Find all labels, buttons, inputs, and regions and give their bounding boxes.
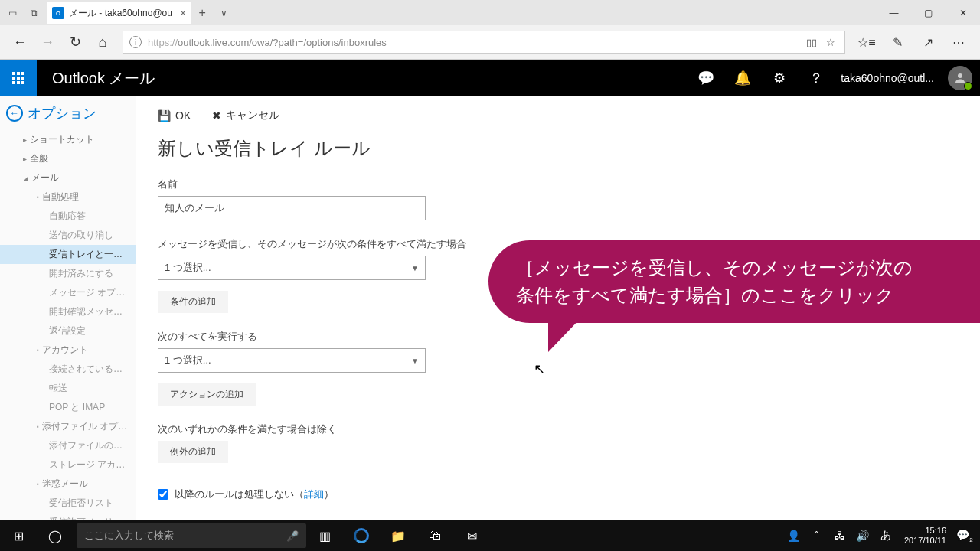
sidebar-item-11[interactable]: アカウント [0, 341, 136, 360]
minimize-button[interactable]: — [877, 2, 911, 24]
cancel-button[interactable]: ✖ キャンセル [212, 109, 279, 122]
network-icon[interactable]: 🖧 [831, 530, 849, 542]
maximize-button[interactable]: ▢ [911, 2, 946, 24]
windows-taskbar: ⊞ ◯ ここに入力して検索 🎤 ▥ 📁 🛍 ✉ 👤 ˄ 🖧 🔊 あ 15:16 … [0, 520, 980, 551]
cortana-icon[interactable]: ◯ [37, 520, 74, 551]
sidebar-item-0[interactable]: ショートカット [0, 130, 136, 149]
cursor-icon: ↖ [534, 360, 545, 377]
help-button[interactable]: ？ [798, 60, 835, 96]
tab-title: メール - taka60ohno@ou [69, 7, 172, 20]
task-view-button[interactable]: ▥ [306, 520, 343, 551]
skype-button[interactable]: 💬 [688, 60, 724, 96]
browser-tab[interactable]: O メール - taka60ohno@ou × [47, 2, 191, 24]
taskbar-clock[interactable]: 15:16 2017/10/11 [900, 526, 951, 546]
sidebar-item-5[interactable]: 送信の取り消し [0, 226, 136, 245]
close-window-button[interactable]: ✕ [946, 2, 980, 24]
forward-button[interactable]: → [34, 28, 61, 56]
action-dropdown[interactable]: 1 つ選択... ▼ [158, 348, 426, 373]
favorite-icon[interactable]: ☆ [826, 37, 835, 48]
sidebar-item-18[interactable]: 迷惑メール [0, 474, 136, 494]
sidebar-item-14[interactable]: POP と IMAP [0, 398, 136, 417]
chevron-down-icon: ▼ [411, 264, 419, 272]
sidebar-item-20[interactable]: 受信許可メーリング リス [0, 513, 136, 520]
mail-taskbar-icon[interactable]: ✉ [453, 520, 490, 551]
user-name[interactable]: taka60ohno@outl... [835, 72, 940, 84]
rule-name-input[interactable] [158, 196, 426, 220]
exception-label: 次のいずれかの条件を満たす場合は除く [158, 422, 959, 436]
sidebar-item-13[interactable]: 転送 [0, 379, 136, 398]
address-bar[interactable]: i https:// outlook.live.com/owa/?path=/o… [122, 31, 845, 54]
back-arrow-icon: ← [6, 105, 23, 122]
sidebar-item-8[interactable]: メッセージ オプション [0, 283, 136, 302]
back-button[interactable]: ← [6, 28, 34, 56]
options-back-button[interactable]: ← オプション [0, 96, 136, 130]
store-taskbar-icon[interactable]: 🛍 [416, 520, 453, 551]
stop-rules-checkbox[interactable] [158, 489, 168, 500]
save-icon: 💾 [158, 109, 171, 122]
callout-line1: ［メッセージを受信し、そのメッセージが次の [516, 254, 980, 282]
sidebar-item-19[interactable]: 受信拒否リスト [0, 494, 136, 513]
url-text: outlook.live.com/owa/?path=/options/inbo… [178, 37, 387, 48]
tab-dropdown-icon[interactable]: ∨ [213, 2, 234, 24]
tab-set-aside-icon[interactable]: ⧉ [23, 2, 44, 24]
avatar[interactable] [948, 66, 972, 90]
ime-indicator[interactable]: あ [877, 529, 895, 543]
url-scheme: https:// [148, 37, 178, 48]
action-dropdown-value: 1 つ選択... [165, 354, 211, 367]
browser-titlebar: ▭ ⧉ O メール - taka60ohno@ou × + ∨ — ▢ ✕ [0, 0, 980, 25]
volume-icon[interactable]: 🔊 [854, 530, 872, 542]
share-button[interactable]: ↗ [913, 28, 943, 56]
close-tab-icon[interactable]: × [180, 7, 186, 19]
details-link[interactable]: 詳細 [304, 488, 324, 500]
hub-button[interactable]: ☆≡ [851, 28, 882, 56]
add-action-button[interactable]: アクションの追加 [158, 383, 256, 406]
condition-dropdown-value: 1 つ選択... [165, 261, 211, 275]
notes-button[interactable]: ✎ [882, 28, 913, 56]
notifications-button[interactable]: 🔔 [724, 60, 761, 96]
sidebar-item-7[interactable]: 開封済みにする [0, 264, 136, 283]
sidebar-item-9[interactable]: 開封確認メッセージ [0, 302, 136, 321]
more-button[interactable]: ⋯ [943, 28, 974, 56]
tray-chevron-icon[interactable]: ˄ [808, 530, 826, 542]
add-exception-button[interactable]: 例外の追加 [158, 441, 228, 463]
sidebar-item-16[interactable]: 添付ファイルの設定 [0, 436, 136, 455]
condition-dropdown[interactable]: 1 つ選択... ▼ [158, 256, 426, 280]
outlook-favicon-icon: O [52, 7, 64, 19]
taskbar-search[interactable]: ここに入力して検索 🎤 [77, 523, 306, 548]
sidebar-item-1[interactable]: 全般 [0, 149, 136, 168]
options-title: オプション [28, 104, 96, 122]
site-info-icon[interactable]: i [129, 36, 142, 48]
start-button[interactable]: ⊞ [0, 520, 37, 551]
home-button[interactable]: ⌂ [89, 28, 116, 56]
sidebar-item-12[interactable]: 接続されているアカウント [0, 360, 136, 379]
refresh-button[interactable]: ↻ [61, 28, 89, 56]
reading-view-icon[interactable]: ▯▯ [806, 37, 817, 48]
people-icon[interactable]: 👤 [785, 530, 803, 542]
callout-pointer [539, 315, 583, 352]
chevron-down-icon: ▼ [411, 357, 419, 365]
edge-taskbar-icon[interactable] [343, 520, 380, 551]
new-tab-button[interactable]: + [191, 2, 213, 24]
app-header: Outlook メール 💬 🔔 ⚙ ？ taka60ohno@outl... [0, 60, 980, 96]
page-title: 新しい受信トレイ ルール [158, 136, 959, 161]
action-center-icon[interactable]: 💬2 [956, 529, 974, 543]
sidebar-item-4[interactable]: 自動応答 [0, 207, 136, 226]
app-launcher-button[interactable] [0, 60, 37, 96]
name-label: 名前 [158, 178, 959, 191]
ok-button[interactable]: 💾 OK [158, 109, 191, 122]
sidebar-item-17[interactable]: ストレージ アカウント [0, 455, 136, 474]
add-condition-button[interactable]: 条件の追加 [158, 291, 228, 313]
sidebar-item-3[interactable]: 自動処理 [0, 187, 136, 207]
sidebar-item-6[interactable]: 受信トレイと一括処理ル [0, 245, 136, 264]
sidebar-item-2[interactable]: メール [0, 168, 136, 187]
svg-point-0 [958, 73, 962, 78]
sidebar-item-15[interactable]: 添付ファイル オプション [0, 417, 136, 436]
settings-button[interactable]: ⚙ [761, 60, 798, 96]
rule-editor: 💾 OK ✖ キャンセル 新しい受信トレイ ルール 名前 メッセージを受信し、そ… [136, 96, 980, 520]
tab-actions-icon[interactable]: ▭ [2, 2, 23, 24]
options-sidebar: ← オプション ショートカット全般メール自動処理自動応答送信の取り消し受信トレイ… [0, 96, 136, 520]
mic-icon[interactable]: 🎤 [286, 530, 299, 542]
explorer-taskbar-icon[interactable]: 📁 [380, 520, 416, 551]
sidebar-item-10[interactable]: 返信設定 [0, 321, 136, 341]
stop-rules-label: 以降のルールは処理しない（詳細） [175, 487, 334, 501]
